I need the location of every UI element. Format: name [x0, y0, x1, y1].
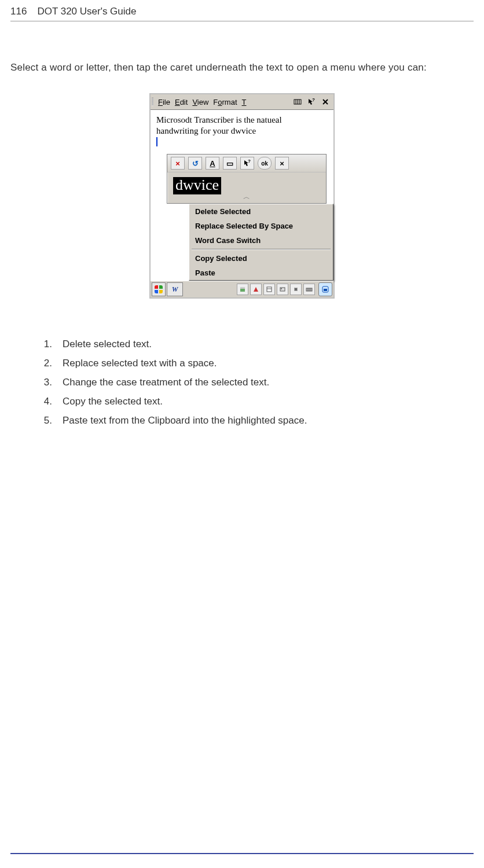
- popup-x-button[interactable]: ×: [275, 157, 289, 170]
- svg-rect-16: [295, 288, 297, 290]
- ctx-copy-selected[interactable]: Copy Selected: [189, 251, 333, 266]
- list-text: Paste text from the Clipboard into the h…: [63, 415, 307, 425]
- list-text: Copy the selected text.: [63, 396, 163, 406]
- doc-title: DOT 320 User's Guide: [37, 6, 136, 17]
- list-item: 4.Copy the selected text.: [10, 396, 474, 406]
- svg-text:?: ?: [248, 159, 251, 164]
- input-panel-icon[interactable]: [291, 95, 304, 108]
- list-number: 3.: [10, 377, 63, 387]
- page: 116 DOT 320 User's Guide Select a word o…: [0, 0, 484, 868]
- tray-icon-4[interactable]: [277, 284, 288, 295]
- rect-button[interactable]: ▭: [223, 157, 237, 170]
- menu-edit[interactable]: Edit: [173, 97, 190, 108]
- svg-text:?: ?: [312, 98, 315, 102]
- grip-icon: [152, 98, 153, 106]
- list-item: 2.Replace selected text with a space.: [10, 358, 474, 368]
- windows-flag-icon: [155, 285, 163, 293]
- taskbar: W: [151, 281, 333, 297]
- footer-rule: [10, 853, 474, 854]
- page-number: 116: [10, 6, 27, 17]
- selected-word-wrap: dwvice: [173, 177, 326, 194]
- list-item: 3.Change the case treatment of the selec…: [10, 377, 474, 387]
- numbered-list: 1.Delete selected text. 2.Replace select…: [10, 339, 474, 425]
- ok-button[interactable]: ok: [258, 157, 272, 170]
- svg-rect-23: [324, 289, 327, 291]
- svg-marker-10: [254, 287, 258, 292]
- tray-icon-5[interactable]: [290, 284, 302, 295]
- list-number: 4.: [10, 396, 63, 406]
- caret-handle-icon[interactable]: ︿: [167, 194, 326, 204]
- taskbar-app-word[interactable]: W: [167, 282, 183, 296]
- list-number: 2.: [10, 358, 63, 368]
- context-menu: Delete Selected Replace Selected By Spac…: [189, 204, 333, 281]
- ctx-divider: [192, 249, 331, 250]
- document-area[interactable]: Microsodt Transcriber is the natueal han…: [151, 110, 333, 152]
- menu-file[interactable]: File: [156, 97, 173, 108]
- transcriber-popup: × ↺ A ▭ ? ok × dwvice ︿: [167, 154, 327, 204]
- list-text: Delete selected text.: [63, 339, 152, 349]
- ctx-replace-by-space[interactable]: Replace Selected By Space: [189, 219, 333, 233]
- tray-icon-1[interactable]: [237, 284, 248, 295]
- list-item: 1.Delete selected text.: [10, 339, 474, 349]
- popup-toolbar: × ↺ A ▭ ? ok ×: [167, 155, 326, 172]
- help-pointer-icon[interactable]: ?: [305, 95, 318, 108]
- screenshot-figure: File Edit View Format T ? Microsodt Tran…: [0, 93, 484, 299]
- list-text: Replace selected text with a space.: [63, 358, 217, 368]
- tray-icon-3[interactable]: [263, 284, 275, 295]
- list-number: 5.: [10, 415, 63, 425]
- tray-icons: [237, 284, 316, 295]
- svg-rect-8: [240, 289, 245, 292]
- font-button[interactable]: A: [206, 157, 219, 170]
- doc-line-1: Microsodt Transcriber is the natueal: [156, 115, 328, 126]
- list-item: 5.Paste text from the Clipboard into the…: [10, 415, 474, 425]
- list-number: 1.: [10, 339, 63, 349]
- menu-format[interactable]: Format: [211, 97, 239, 108]
- menu-view[interactable]: View: [190, 97, 211, 108]
- list-text: Change the case treatment of the selecte…: [63, 377, 269, 387]
- svg-rect-9: [240, 287, 245, 289]
- svg-rect-11: [267, 287, 272, 292]
- popup-close-button[interactable]: ×: [171, 157, 185, 170]
- help-button[interactable]: ?: [240, 157, 254, 170]
- text-caret: [156, 137, 157, 146]
- intro-paragraph: Select a word or letter, then tap the ca…: [10, 58, 474, 77]
- tray-icon-2[interactable]: [250, 284, 262, 295]
- start-button[interactable]: [152, 282, 166, 296]
- selected-word[interactable]: dwvice: [173, 177, 221, 194]
- tray-icon-6[interactable]: [303, 284, 315, 295]
- ctx-delete-selected[interactable]: Delete Selected: [189, 204, 333, 219]
- doc-line-2: handwriting for your dwvice: [156, 126, 328, 137]
- undo-button[interactable]: ↺: [188, 157, 202, 170]
- svg-rect-14: [281, 288, 282, 289]
- ctx-paste[interactable]: Paste: [189, 266, 333, 280]
- close-icon[interactable]: [319, 95, 332, 108]
- page-header: 116 DOT 320 User's Guide: [10, 0, 474, 21]
- ctx-word-case-switch[interactable]: Word Case Switch: [189, 233, 333, 248]
- show-desktop-button[interactable]: [318, 282, 332, 296]
- app-menubar: File Edit View Format T ?: [151, 94, 333, 110]
- menu-tools[interactable]: T: [240, 97, 249, 108]
- screenshot-frame: File Edit View Format T ? Microsodt Tran…: [149, 93, 335, 299]
